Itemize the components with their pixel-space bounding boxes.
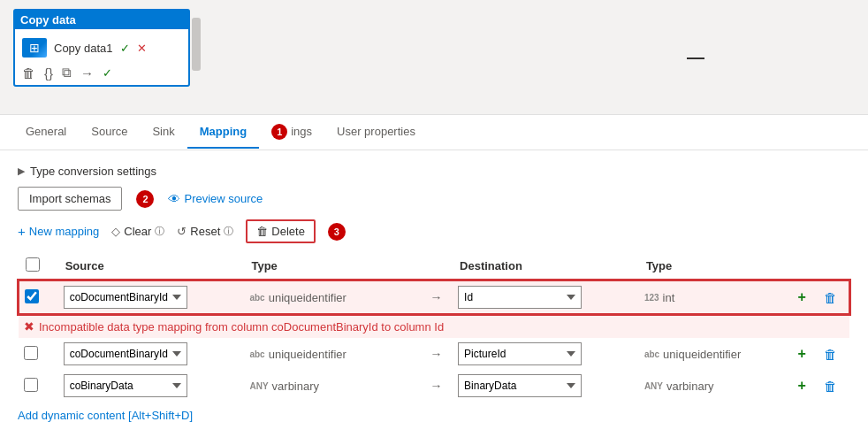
row2-dest-type-cell: abc uniqueidentifier [639, 338, 793, 370]
header-destination: Destination [453, 252, 639, 280]
clear-button[interactable]: ◇ Clear ⓘ [111, 225, 164, 238]
tab-user-properties[interactable]: User properties [324, 116, 428, 149]
tab-settings-label: ings [291, 125, 312, 138]
tab-sink-label: Sink [152, 125, 174, 138]
row2-add-button[interactable]: + [797, 346, 805, 361]
row1-add-cell: + [792, 280, 819, 314]
row3-source-select[interactable]: coBinaryData [64, 374, 187, 397]
copy-toolbar-icon[interactable]: ⧉ [62, 65, 72, 81]
reset-button[interactable]: ↺ Reset ⓘ [177, 225, 233, 238]
tab-general[interactable]: General [13, 116, 79, 149]
tab-settings[interactable]: 1 ings [259, 115, 324, 150]
copy-data-row: Copy data1 ✓ ✕ [22, 35, 181, 61]
row1-checkbox[interactable] [25, 289, 39, 303]
row2-source-cell: coDocumentBinaryId [58, 338, 245, 370]
reset-info-icon[interactable]: ⓘ [224, 225, 233, 238]
import-step-badge: 2 [136, 190, 154, 208]
row3-dest-type-text: varbinary [666, 380, 713, 393]
row2-dest-type: abc uniqueidentifier [644, 348, 788, 361]
tab-source[interactable]: Source [79, 116, 140, 149]
main-content: ▶ Type conversion settings Import schema… [0, 150, 868, 433]
header-checkbox-cell [19, 252, 58, 280]
tab-sink[interactable]: Sink [140, 116, 187, 149]
row3-dest-type-cell: ANY varbinary [639, 370, 793, 402]
json-toolbar-icon[interactable]: {} [44, 65, 53, 81]
row1-arrow-icon: → [430, 290, 442, 304]
header-type-source: Type [244, 252, 419, 280]
preview-source-label: Preview source [184, 192, 263, 205]
row1-source-select[interactable]: coDocumentBinaryId [64, 286, 187, 309]
table-row: coDocumentBinaryId abc uniqueidentifier … [19, 338, 849, 370]
row1-dest-select[interactable]: Id [458, 286, 582, 309]
clear-info-icon[interactable]: ⓘ [155, 225, 164, 238]
row2-delete-button[interactable]: 🗑 [824, 347, 837, 362]
new-mapping-button[interactable]: + New mapping [18, 224, 99, 239]
delete-button[interactable]: 🗑 Delete [246, 219, 316, 243]
row3-dest-type: ANY varbinary [644, 380, 788, 393]
header-checkbox[interactable] [26, 257, 40, 272]
row2-delete-cell: 🗑 [819, 338, 849, 370]
copy-data-title-text: Copy data [20, 13, 76, 27]
row2-source-type-prefix: abc [249, 349, 264, 359]
import-schemas-button[interactable]: Import schemas [18, 187, 122, 211]
row2-checkbox-cell [19, 338, 58, 370]
status-check-icon: ✓ [103, 66, 112, 80]
delete-toolbar-icon[interactable]: 🗑 [22, 65, 35, 81]
row3-arrow-cell: → [420, 370, 453, 402]
tab-mapping[interactable]: Mapping [187, 116, 259, 149]
row3-source-type-cell: ANY varbinary [244, 370, 419, 402]
error-icon: ✖ [24, 319, 34, 334]
row3-add-button[interactable]: + [797, 378, 805, 393]
row3-checkbox[interactable] [24, 378, 38, 392]
tab-general-label: General [26, 125, 66, 138]
tab-settings-badge: 1 [271, 124, 287, 140]
tab-user-properties-label: User properties [337, 125, 415, 138]
row1-arrow-cell: → [420, 280, 453, 314]
row2-dest-type-prefix: abc [644, 349, 659, 359]
row2-dest-select[interactable]: PictureId [458, 342, 582, 365]
row1-dest-type-text: int [663, 291, 675, 304]
header-add [792, 252, 819, 280]
row3-source-type: ANY varbinary [249, 380, 414, 393]
add-dynamic-content[interactable]: Add dynamic content [Alt+Shift+D] [18, 409, 193, 422]
row1-dest-type: 123 int [644, 291, 788, 304]
type-conversion-section[interactable]: ▶ Type conversion settings [18, 161, 850, 187]
row2-dest-cell: PictureId [453, 338, 639, 370]
row2-source-type-text: uniqueidentifier [269, 348, 346, 361]
row3-delete-cell: 🗑 [819, 370, 849, 402]
minus-line [687, 58, 704, 59]
row1-source-type-prefix: abc [249, 293, 264, 303]
row3-source-type-text: varbinary [272, 380, 319, 393]
row1-delete-button[interactable]: 🗑 [824, 290, 837, 305]
reset-icon: ↺ [177, 225, 187, 238]
scrollbar-vert[interactable] [192, 18, 201, 71]
delete-trash-icon: 🗑 [256, 225, 268, 238]
checkmark-green-icon: ✓ [120, 42, 130, 55]
copy-data-activity-name: Copy data1 [54, 42, 113, 55]
arrow-toolbar-icon[interactable]: → [80, 65, 94, 81]
copy-data-toolbar: 🗑 {} ⧉ → ✓ [22, 61, 181, 81]
row2-source-type: abc uniqueidentifier [249, 348, 414, 361]
clear-label: Clear [124, 225, 151, 238]
preview-source-button[interactable]: 👁 Preview source [168, 192, 263, 206]
row3-dest-select[interactable]: BinaryData [458, 374, 582, 397]
row1-add-button[interactable]: + [797, 289, 805, 304]
type-conversion-label: Type conversion settings [30, 165, 156, 178]
header-delete [819, 252, 849, 280]
row1-source-type-text: uniqueidentifier [269, 291, 346, 304]
reset-label: Reset [190, 225, 220, 238]
row2-source-type-cell: abc uniqueidentifier [244, 338, 419, 370]
row3-dest-type-prefix: ANY [644, 381, 663, 391]
row2-checkbox[interactable] [24, 346, 38, 360]
row3-delete-button[interactable]: 🗑 [824, 379, 837, 394]
table-row: coBinaryData ANY varbinary → BinaryData [19, 370, 849, 402]
plus-icon: + [18, 224, 26, 239]
table-header-row: Source Type Destination Type [19, 252, 849, 280]
row1-dest-cell: Id [453, 280, 639, 314]
row2-source-select[interactable]: coDocumentBinaryId [64, 342, 187, 365]
row3-source-type-prefix: ANY [249, 381, 268, 391]
delete-label: Delete [271, 225, 305, 238]
pipeline-area: Copy data Copy data1 ✓ ✕ 🗑 {} ⧉ → ✓ [0, 0, 868, 115]
error-cell: ✖ Incompatible data type mapping from co… [19, 314, 849, 338]
delete-step-badge: 3 [328, 223, 346, 241]
